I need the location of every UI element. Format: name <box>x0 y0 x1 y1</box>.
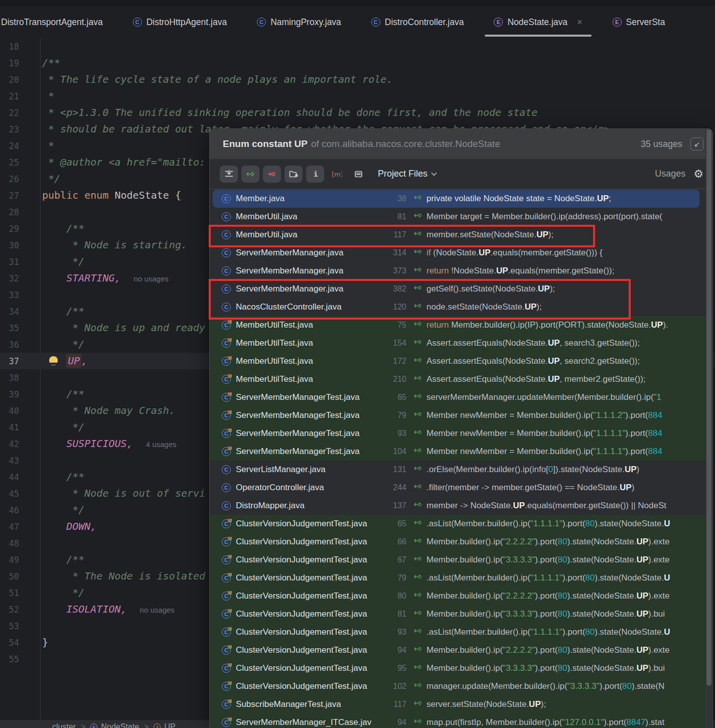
usage-row[interactable]: CMemberUtilTest.java210Assert.assertEqua… <box>210 370 712 388</box>
code-token: Member.builder().ip( <box>426 555 503 564</box>
breadcrumb-item-nodestate[interactable]: ENodeState <box>90 722 139 728</box>
usage-line-number: 38 <box>387 194 406 203</box>
group-by-method-button[interactable]: [m] <box>328 166 346 183</box>
usage-file: CSubscribeManagerTest.java <box>222 699 387 709</box>
usage-file: CServerMemberManagerTest.java <box>222 392 387 402</box>
scope-selector[interactable]: Project Files <box>378 169 436 179</box>
scrollbar-thumb[interactable] <box>706 129 711 686</box>
usage-code-preview: private volatile NodeState state = NodeS… <box>426 194 699 204</box>
usage-row[interactable]: CDistroMapper.java137member -> NodeState… <box>210 497 712 515</box>
code-token: "1.1.1.1" <box>593 447 625 456</box>
line-number: 20 <box>0 72 19 88</box>
usage-row[interactable]: CServerMemberManager.java314if (NodeStat… <box>210 244 712 262</box>
group-by-file-button[interactable]: ✱ <box>284 166 303 183</box>
usage-row[interactable]: CMemberUtilTest.java172Assert.assertEqua… <box>210 352 712 370</box>
usage-row[interactable]: CClusterVersionJudgementTest.java67Membe… <box>210 551 712 569</box>
code-token: UP <box>636 555 648 564</box>
open-in-toolwindow-button[interactable]: ↙ <box>690 137 703 151</box>
usage-row[interactable]: CServerMemberManagerTest.java93Member ne… <box>210 424 712 443</box>
read-access-icon <box>413 410 422 420</box>
usage-line-number: 93 <box>387 429 406 438</box>
code-token: SUSPICIOUS, <box>42 438 133 450</box>
usage-row[interactable]: CServerMemberManagerTest.java65serverMem… <box>210 388 712 406</box>
code-token: ).exte <box>648 555 670 564</box>
read-access-icon <box>413 392 422 402</box>
usage-row[interactable]: CMemberUtilTest.java154Assert.assertEqua… <box>210 334 712 352</box>
usage-row[interactable]: COperatorController.java244.filter(membe… <box>210 479 712 497</box>
usage-code-preview: Member.builder().ip("3.3.3.3").port(80).… <box>426 555 712 565</box>
usage-row[interactable]: CServerMemberManager.java373return !Node… <box>210 262 712 280</box>
usages-label: Usages <box>655 169 685 179</box>
tab-close-icon[interactable]: × <box>577 18 583 27</box>
test-class-icon: C <box>222 592 231 601</box>
usage-row[interactable]: CClusterVersionJudgementTest.java102mana… <box>210 677 712 695</box>
usage-filename: ServerMemberManagerTest.java <box>236 447 360 457</box>
usage-row[interactable]: CServerListManager.java131.orElse(Member… <box>210 461 712 479</box>
usage-row[interactable]: CClusterVersionJudgementTest.java93.asLi… <box>210 623 712 641</box>
gear-icon[interactable]: ⚙ <box>693 169 703 180</box>
usage-code-preview: member.setState(NodeState.UP); <box>426 230 712 240</box>
read-access-button[interactable] <box>241 166 259 183</box>
usage-row[interactable]: CServerMemberManagerTest.java79Member ne… <box>210 406 712 424</box>
code-token: * <p>1.3.0 The unified sinking operation… <box>42 106 537 118</box>
usage-code-preview: Member.builder().ip("2.2.2.2").port(80).… <box>426 537 712 547</box>
chevron-down-icon <box>431 170 437 176</box>
usage-file: CClusterVersionJudgementTest.java <box>222 519 387 529</box>
tab-label: NamingProxy.java <box>270 17 341 28</box>
write-access-button[interactable] <box>263 166 281 183</box>
usage-row[interactable]: CClusterVersionJudgementTest.java94Membe… <box>210 641 712 659</box>
breadcrumb-item-up[interactable]: fUP <box>154 722 175 728</box>
code-token: U <box>664 573 670 583</box>
usage-row[interactable]: CMemberUtilTest.java75return Member.buil… <box>210 316 712 334</box>
usage-code-preview: node.setState(NodeState.UP); <box>426 302 712 312</box>
import-statements-button[interactable]: i <box>306 166 324 183</box>
expand-newlines-button[interactable] <box>220 166 238 183</box>
code-token: .asList(Member.builder().ip( <box>426 627 530 637</box>
usage-row[interactable]: CClusterVersionJudgementTest.java66Membe… <box>210 533 712 551</box>
tab-namingproxy-java[interactable]: CNamingProxy.java <box>242 6 356 38</box>
class-icon: C <box>222 483 231 492</box>
usage-row[interactable]: CMemberUtil.java81Member target = Member… <box>210 208 712 226</box>
usage-row[interactable]: CSubscribeManagerTest.java117server.setS… <box>210 695 712 713</box>
usage-row[interactable]: CNacosClusterController.java120node.setS… <box>210 298 712 316</box>
tab-nodestate-java[interactable]: ENodeState.java× <box>479 6 597 38</box>
breadcrumb-item-cluster[interactable]: cluster <box>52 722 76 728</box>
tab-distrohttpagent-java[interactable]: CDistroHttpAgent.java <box>118 6 242 38</box>
usage-filename: Member.java <box>236 194 284 204</box>
usage-row[interactable]: CClusterVersionJudgementTest.java80Membe… <box>210 587 712 605</box>
usage-row[interactable]: CClusterVersionJudgementTest.java81Membe… <box>210 605 712 623</box>
tab-serversta[interactable]: EServerSta <box>598 6 680 38</box>
breadcrumb-separator: > <box>144 722 149 728</box>
intention-bulb-icon[interactable] <box>49 356 58 363</box>
usage-row[interactable]: CServerMemberManagerTest.java104Member n… <box>210 443 712 461</box>
code-token: "2.2.2.2" <box>503 537 535 546</box>
usage-row[interactable]: CClusterVersionJudgementTest.java95Membe… <box>210 659 712 677</box>
usage-row[interactable]: CServerMemberManager_ITCase.jav94map.put… <box>210 713 712 728</box>
read-access-icon <box>413 663 422 673</box>
read-access-icon <box>413 681 422 691</box>
usage-line-number: 373 <box>387 266 406 275</box>
usage-line-number: 93 <box>387 628 406 637</box>
usage-row[interactable]: CClusterVersionJudgementTest.java65.asLi… <box>210 515 712 533</box>
code-token: ).port( <box>535 663 557 673</box>
tab-distrotransportagent-java[interactable]: DistroTransportAgent.java <box>0 6 118 38</box>
class-icon: C <box>222 194 231 203</box>
usage-row[interactable]: CServerMemberManager.java382getSelf().se… <box>210 280 712 298</box>
popup-scrollbar[interactable] <box>705 129 712 728</box>
usage-code-preview: return !NodeState.UP.equals(member.getSt… <box>426 266 712 276</box>
code-token: node.setState(NodeState. <box>426 302 525 312</box>
read-access-icon <box>246 170 255 178</box>
usage-file: CServerMemberManager.java <box>222 266 387 276</box>
code-token: "1.1.1.1" <box>593 428 625 438</box>
group-by-method-icon: [m] <box>331 170 342 178</box>
code-token: ).state(NodeState. <box>595 573 664 583</box>
usage-row[interactable]: CClusterVersionJudgementTest.java79.asLi… <box>210 569 712 587</box>
usage-row[interactable]: CMemberUtil.java117member.setState(NodeS… <box>210 226 712 244</box>
usage-file: CClusterVersionJudgementTest.java <box>222 537 387 547</box>
preview-usages-button[interactable] <box>349 166 367 183</box>
usage-line-number: 244 <box>387 483 406 492</box>
usage-row[interactable]: CMember.java38private volatile NodeState… <box>213 190 699 208</box>
tab-distrocontroller-java[interactable]: CDistroController.java <box>356 6 479 38</box>
usage-filename: ServerMemberManagerTest.java <box>236 392 360 402</box>
expand-newlines-icon <box>225 170 233 178</box>
